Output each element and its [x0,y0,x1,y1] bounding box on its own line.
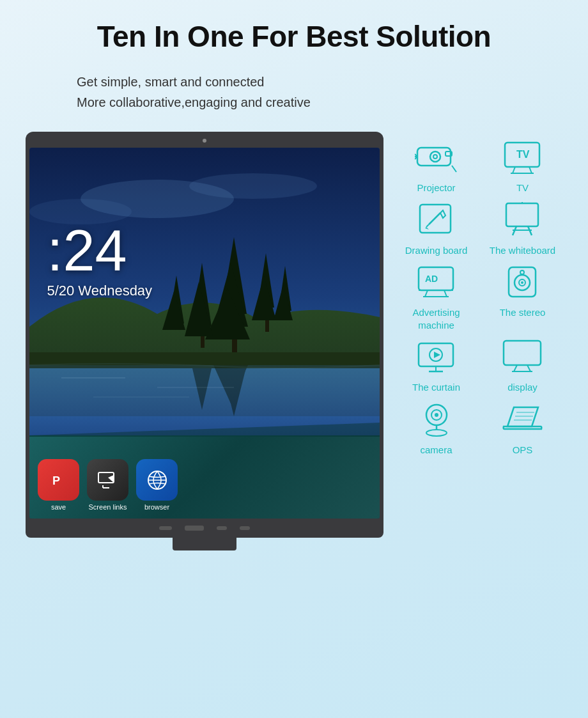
svg-line-75 [527,365,530,371]
svg-rect-22 [29,352,380,368]
app-icon-screenlinks: Screen links [87,459,128,511]
svg-rect-16 [201,336,205,348]
curtain-icon [415,338,458,375]
svg-marker-51 [425,227,429,230]
ops-icon [501,401,545,438]
feature-whiteboard: The whiteboard [483,201,562,257]
curtain-icon-wrap [414,338,459,376]
feature-stereo: The stereo [483,263,562,331]
svg-marker-70 [434,352,440,358]
app-icon-browser: browser [136,459,178,511]
subtitle-line2: More collaborative,engaging and creative [77,92,562,113]
date-text: 5/20 Wednesday [47,283,152,299]
content-area: :24 5/20 Wednesday P [26,132,562,579]
display-icon-wrap [500,338,545,376]
feature-tv: TV TV [483,138,562,194]
feature-camera: camera [396,400,476,457]
svg-line-60 [425,290,428,297]
svg-rect-17 [265,320,269,332]
svg-marker-29 [108,475,114,483]
svg-line-61 [444,290,447,297]
monitor-screen: :24 5/20 Wednesday P [29,148,380,519]
whiteboard-icon-wrap [500,201,545,239]
screen-taskbar: P save [29,437,380,519]
stereo-label: The stereo [500,306,546,319]
svg-line-38 [452,166,456,172]
svg-line-50 [426,224,429,227]
advertising-label: Advertising machine [396,306,476,331]
svg-point-35 [430,152,440,162]
curtain-label: The curtain [412,381,460,394]
device-image: :24 5/20 Wednesday P [26,132,383,579]
svg-point-2 [189,173,317,199]
app-icon-save: P save [38,459,79,511]
svg-point-67 [520,270,524,274]
tv-icon: TV [501,140,545,175]
browser-label: browser [144,503,169,511]
page-title: Ten In One For Best Solution [26,19,562,54]
tv-icon-wrap: TV [500,138,545,176]
save-label: save [51,503,66,511]
svg-rect-73 [504,341,541,365]
subtitle: Get simple, smart and connected More col… [26,72,562,113]
svg-line-48 [429,213,440,224]
display-icon [501,338,545,375]
tv-label: TV [516,182,529,194]
display-label: display [507,381,538,394]
monitor-stand [173,538,236,550]
camera-icon [415,401,458,438]
monitor-outer: :24 5/20 Wednesday P [26,132,383,519]
svg-line-44 [513,167,515,173]
drawing-icon-wrap [414,201,459,239]
svg-point-66 [521,281,523,284]
ops-icon-wrap [500,400,545,439]
projector-icon-wrap [414,138,459,176]
svg-rect-52 [506,203,538,226]
feature-curtain: The curtain [396,338,476,394]
save-app-icon: P [49,471,68,490]
monitor-bottom [26,519,383,538]
monitor-button-1 [159,526,172,530]
advertising-icon-wrap: AD [414,263,459,301]
camera-icon-wrap [414,400,459,439]
advertising-icon: AD [415,265,458,300]
whiteboard-label: The whiteboard [490,244,555,257]
projector-icon [415,140,458,175]
feature-projector: Projector [396,138,476,194]
svg-text:TV: TV [516,149,530,160]
ops-label: OPS [513,444,533,457]
screenlinks-icon [97,469,120,492]
features-grid: Projector TV TV [396,132,562,456]
projector-label: Projector [417,182,455,194]
svg-point-79 [435,413,438,417]
camera-dot [203,139,206,143]
svg-line-45 [529,167,532,173]
drawing-board-icon [415,202,458,237]
whiteboard-icon [501,202,545,237]
stereo-icon [501,265,545,300]
page-wrapper: Ten In One For Best Solution Get simple,… [0,0,588,718]
time-display: :24 5/20 Wednesday [47,222,152,299]
svg-text:P: P [52,474,60,487]
svg-point-81 [426,430,447,436]
feature-advertising: AD Advertising machine [396,263,476,331]
monitor-top-bar [29,136,380,146]
monitor-button-4 [240,526,250,530]
monitor-button-2 [185,526,204,531]
subtitle-line1: Get simple, smart and connected [77,72,562,92]
svg-line-74 [514,365,517,371]
screenlinks-label: Screen links [89,503,127,511]
svg-text:AD: AD [425,274,438,284]
browser-icon [146,469,169,492]
time-text: :24 [47,222,152,279]
feature-ops: OPS [483,400,562,457]
stereo-icon-wrap [500,263,545,301]
feature-drawing: Drawing board [396,201,476,257]
feature-display: display [483,338,562,394]
camera-label: camera [420,444,452,457]
svg-marker-49 [440,210,445,218]
drawing-label: Drawing board [405,244,468,257]
svg-rect-15 [232,339,237,352]
monitor-button-3 [217,526,227,530]
svg-point-36 [433,155,437,159]
